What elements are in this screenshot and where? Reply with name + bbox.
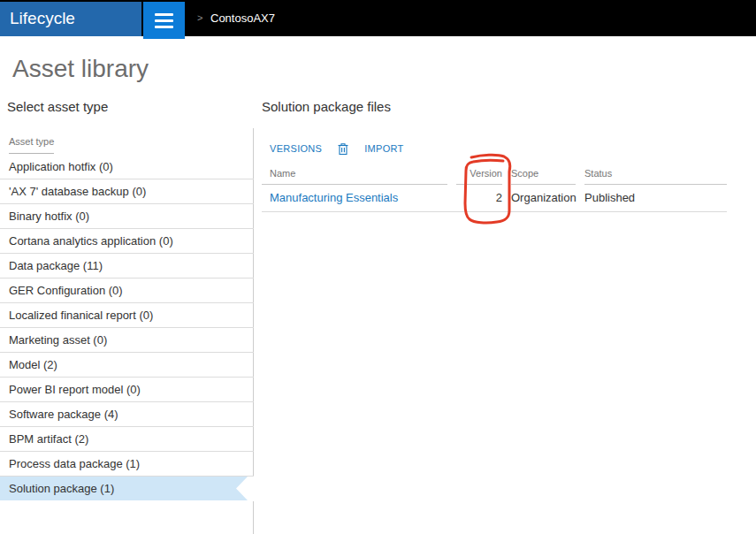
asset-type-item-localized-financial-report[interactable]: Localized finanical report (0): [0, 303, 254, 328]
asset-type-item-bpm-artifact[interactable]: BPM artifact (2): [0, 427, 254, 452]
file-status: Published: [584, 185, 727, 211]
right-panel-heading: Solution package files: [262, 99, 391, 114]
asset-type-item-ger-configuration[interactable]: GER Configuration (0): [0, 278, 254, 303]
column-header-scope: Scope: [511, 165, 576, 185]
hamburger-menu-icon: [155, 13, 173, 16]
file-scope: Organization: [511, 185, 576, 211]
asset-type-item-power-bi-report-model[interactable]: Power BI report model (0): [0, 378, 254, 402]
left-panel-heading: Select asset type: [7, 99, 108, 114]
asset-type-item-data-package[interactable]: Data package (11): [0, 254, 254, 278]
asset-type-item-binary-hotfix[interactable]: Binary hotfix (0): [0, 204, 254, 229]
breadcrumb-project[interactable]: ContosoAX7: [210, 0, 275, 36]
asset-type-item-solution-package[interactable]: Solution package (1): [0, 477, 254, 501]
import-button[interactable]: IMPORT: [364, 143, 403, 154]
files-toolbar: VERSIONS IMPORT: [262, 137, 727, 160]
file-name-link[interactable]: Manufacturing Essentials: [270, 191, 398, 204]
asset-type-item-cortana-analytics-application[interactable]: Cortana analytics application (0): [0, 229, 254, 254]
column-header-status: Status: [584, 165, 727, 185]
file-version: 2: [456, 185, 502, 211]
table-row: Manufacturing Essentials 2 Organization …: [262, 185, 727, 212]
asset-type-panel: Asset type Application hotfix (0) 'AX 7'…: [0, 128, 254, 534]
breadcrumb-chevron-icon: >: [197, 0, 202, 36]
solution-package-files-panel: VERSIONS IMPORT Name Version Scope Statu…: [262, 137, 727, 212]
asset-type-item-model[interactable]: Model (2): [0, 353, 254, 378]
column-header-version: Version: [456, 165, 502, 185]
asset-type-list: Application hotfix (0) 'AX 7' database b…: [0, 155, 254, 501]
asset-type-item-ax7-database-backup[interactable]: 'AX 7' database backup (0): [0, 179, 254, 204]
asset-type-column-header: Asset type: [0, 128, 254, 155]
asset-type-item-process-data-package[interactable]: Process data package (1): [0, 452, 254, 477]
top-bar: Lifecycle Services > ContosoAX7: [0, 0, 756, 36]
asset-type-item-marketing-asset[interactable]: Marketing asset (0): [0, 328, 254, 353]
files-table-header: Name Version Scope Status: [262, 165, 727, 185]
asset-type-item-application-hotfix[interactable]: Application hotfix (0): [0, 155, 254, 179]
hamburger-menu-button[interactable]: [143, 2, 185, 39]
trash-icon[interactable]: [337, 142, 349, 156]
column-header-name: Name: [262, 165, 447, 185]
versions-button[interactable]: VERSIONS: [270, 143, 322, 154]
brand-logo[interactable]: Lifecycle Services: [0, 2, 141, 36]
asset-type-item-software-package[interactable]: Software package (4): [0, 402, 254, 427]
